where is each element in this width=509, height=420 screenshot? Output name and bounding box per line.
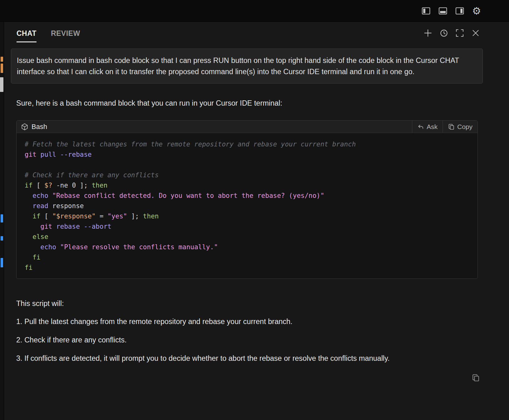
code-line: fi xyxy=(25,252,471,263)
settings-gear-icon[interactable]: ⚙ xyxy=(472,6,482,16)
window-titlebar: ⚙ xyxy=(0,0,509,22)
copy-button-label: Copy xyxy=(457,123,473,131)
code-line: echo "Please resolve the conflicts manua… xyxy=(25,242,471,252)
tab-review[interactable]: REVIEW xyxy=(51,24,80,42)
chat-panel: CHAT REVIEW xyxy=(4,22,509,420)
code-line: if [ "$response" = "yes" ]; then xyxy=(25,211,471,222)
copy-code-button[interactable]: Copy xyxy=(443,121,477,133)
editor-decoration xyxy=(0,77,3,92)
toggle-bottom-panel-icon[interactable] xyxy=(438,6,448,16)
code-line: if [ $? -ne 0 ]; then xyxy=(25,180,471,191)
tab-chat[interactable]: CHAT xyxy=(17,24,36,42)
code-line xyxy=(25,160,471,170)
editor-decoration xyxy=(1,214,3,222)
ask-button-label: Ask xyxy=(427,123,438,131)
user-message: Issue bash command in bash code block so… xyxy=(11,49,483,84)
editor-decoration xyxy=(1,258,3,267)
new-chat-icon[interactable] xyxy=(423,28,433,38)
list-item: 1. Pull the latest changes from the remo… xyxy=(16,317,483,326)
toggle-left-panel-icon[interactable] xyxy=(421,6,431,16)
code-line: git rebase --abort xyxy=(25,222,471,232)
assistant-outro: This script will: xyxy=(16,299,483,308)
editor-decoration xyxy=(1,236,3,241)
user-message-text: Issue bash command in bash code block so… xyxy=(17,56,459,76)
code-line: else xyxy=(25,232,471,242)
code-line: git pull --rebase xyxy=(25,150,471,160)
code-block: Bash Ask xyxy=(16,120,478,279)
code-content: # Fetch the latest changes from the remo… xyxy=(17,133,477,279)
chat-toolbar xyxy=(423,28,480,38)
ask-button[interactable]: Ask xyxy=(412,121,443,133)
code-line: # Check if there are any conflicts xyxy=(25,170,471,180)
code-line: echo "Rebase conflict detected. Do you w… xyxy=(25,191,471,201)
editor-edge-strip xyxy=(0,22,4,420)
code-line: fi xyxy=(25,263,471,273)
message-footer xyxy=(4,374,480,382)
close-icon[interactable] xyxy=(471,28,480,38)
copy-icon xyxy=(448,123,455,130)
code-language-label: Bash xyxy=(32,123,47,131)
bash-cube-icon xyxy=(21,123,28,131)
code-line: read response xyxy=(25,201,471,211)
history-icon[interactable] xyxy=(439,28,448,38)
editor-decoration xyxy=(1,57,3,62)
toggle-right-panel-icon[interactable] xyxy=(455,6,465,16)
ask-arrow-icon xyxy=(417,123,424,130)
code-block-header: Bash Ask xyxy=(17,121,477,133)
editor-decoration xyxy=(1,64,3,73)
code-line: # Fetch the latest changes from the remo… xyxy=(25,139,471,150)
list-item: 3. If conflicts are detected, it will pr… xyxy=(16,354,483,363)
assistant-intro: Sure, here is a bash command block that … xyxy=(16,98,483,108)
copy-message-icon[interactable] xyxy=(472,374,480,382)
chat-tabbar: CHAT REVIEW xyxy=(4,22,509,44)
list-item: 2. Check if there are any conflicts. xyxy=(16,335,483,345)
expand-icon[interactable] xyxy=(455,28,464,38)
